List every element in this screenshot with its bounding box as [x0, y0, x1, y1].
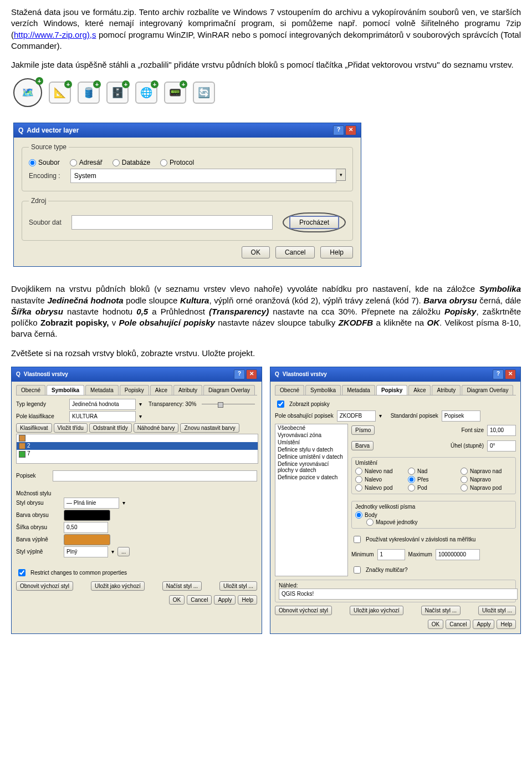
help-titlebar-icon[interactable]: ?	[234, 369, 245, 379]
class-list[interactable]: 2 7	[16, 434, 258, 464]
zdroj-group: Zdroj Soubor dat Procházet	[22, 197, 353, 241]
label-field-select[interactable]	[337, 410, 376, 422]
preview-input[interactable]	[279, 589, 518, 600]
tab-atributy[interactable]: Atributy	[432, 385, 461, 395]
ok-button[interactable]: OK	[169, 595, 185, 605]
close-icon[interactable]: ✕	[345, 125, 356, 135]
help-button[interactable]: Help	[238, 595, 257, 605]
save-style[interactable]: Uložit styl ...	[219, 581, 257, 591]
remove-classes-button[interactable]: Odstranit třídy	[89, 423, 132, 433]
help-titlebar-icon[interactable]: ?	[493, 369, 504, 379]
save-as-default[interactable]: Uložit jako výchozí	[350, 606, 403, 615]
font-size-input[interactable]	[487, 425, 516, 436]
tab-popisky[interactable]: Popisky	[376, 385, 407, 395]
pos-t[interactable]: Nad	[408, 468, 459, 475]
zip-link[interactable]: http://www.7-zip.org),s	[14, 30, 96, 39]
radio-databaze[interactable]: Databáze	[112, 159, 150, 166]
font-button[interactable]: Písmo	[351, 425, 375, 435]
add-wms-icon[interactable]: 🌐+	[135, 82, 157, 104]
paragraph-2: Jakmile jste data úspěšně stáhli a „rozb…	[11, 59, 521, 70]
units-body[interactable]: Body	[355, 511, 512, 519]
angle-input[interactable]	[487, 440, 516, 452]
qgis-logo-icon: Q	[18, 126, 23, 134]
max-input[interactable]	[436, 549, 480, 560]
radio-adresar[interactable]: Adresář	[70, 159, 103, 166]
save-as-default[interactable]: Uložit jako výchozí	[91, 581, 145, 591]
label-input[interactable]	[53, 470, 257, 481]
pos-br[interactable]: Napravo pod	[461, 484, 512, 491]
cancel-button[interactable]: Cancel	[446, 620, 470, 629]
pos-bl[interactable]: Nalevo pod	[355, 484, 407, 491]
restrict-check[interactable]	[18, 569, 25, 576]
pos-l[interactable]: Nalevo	[355, 476, 407, 483]
tab-obecne[interactable]: Obecné	[16, 385, 45, 395]
tab-akce[interactable]: Akce	[408, 385, 431, 395]
outline-width[interactable]	[64, 522, 108, 533]
restore-default-style[interactable]: Obnovit výchozí styl	[275, 606, 332, 615]
pos-r[interactable]: Napravo	[461, 476, 512, 483]
help-button[interactable]: Help	[497, 620, 516, 629]
outline-color-swatch[interactable]	[64, 510, 110, 521]
min-input[interactable]	[377, 549, 405, 560]
add-db-icon[interactable]: 🛢️+	[78, 82, 100, 104]
help-button[interactable]: Help	[320, 246, 353, 258]
reset-colors-button[interactable]: Znovu nastavit barvy	[180, 423, 239, 433]
add-vector-layer-icon[interactable]: 🗺️+	[13, 78, 42, 107]
fill-color-swatch[interactable]	[64, 534, 110, 545]
encoding-select[interactable]	[70, 169, 336, 183]
load-style[interactable]: Načíst styl ...	[421, 606, 461, 615]
label-side-panel[interactable]: VšeobecnéVyrovnávací zónaUmístěníDefinic…	[275, 424, 348, 576]
tab-akce[interactable]: Akce	[150, 385, 172, 395]
multiline-check[interactable]	[354, 566, 361, 574]
ok-button[interactable]: OK	[242, 246, 270, 258]
classification-field[interactable]	[69, 411, 136, 422]
paragraph-3: Dvojklikem na vrstvu půdních bloků (v se…	[11, 283, 521, 339]
color-button[interactable]: Barva	[351, 441, 374, 450]
ok-button[interactable]: OK	[428, 620, 443, 629]
cancel-button[interactable]: Cancel	[187, 595, 212, 605]
soubor-dat-label: Soubor dat	[29, 219, 62, 226]
add-class-button[interactable]: Vložit třídu	[54, 423, 88, 433]
pos-c[interactable]: Přes	[408, 476, 459, 483]
refresh-icon[interactable]: 🔄	[193, 82, 215, 104]
radio-protocol[interactable]: Protocol	[160, 159, 194, 166]
dropdown-icon[interactable]: ▾	[336, 169, 346, 181]
tab-diagram[interactable]: Diagram Overlay	[203, 385, 255, 395]
pos-tr[interactable]: Napravo nad	[461, 468, 512, 475]
fill-more-button[interactable]: ...	[117, 547, 130, 556]
browse-button[interactable]: Procházet	[289, 216, 339, 229]
tab-metadata[interactable]: Metadata	[85, 385, 119, 395]
add-gps-icon[interactable]: 📟+	[164, 82, 186, 104]
random-colors-button[interactable]: Náhodné barvy	[134, 423, 179, 433]
show-labels-check[interactable]	[277, 400, 284, 408]
units-map[interactable]: Mapové jednotky	[366, 519, 512, 526]
legend-type-select[interactable]	[69, 399, 136, 410]
apply-button[interactable]: Apply	[214, 595, 236, 605]
classify-button[interactable]: Klasifikovat	[16, 423, 52, 433]
add-spatialite-icon[interactable]: 🗄️+	[106, 82, 129, 104]
tab-symbolika[interactable]: Symbolika	[47, 385, 84, 395]
radio-soubor[interactable]: Soubor	[29, 159, 60, 166]
pos-tl[interactable]: Nalevo nad	[355, 468, 407, 475]
fill-style[interactable]	[64, 546, 108, 557]
add-layer-icon-2[interactable]: 📐+	[49, 82, 71, 104]
outline-style[interactable]	[64, 498, 119, 509]
default-label-input[interactable]	[442, 410, 480, 422]
restore-default-style[interactable]: Obnovit výchozí styl	[16, 581, 73, 591]
tab-metadata[interactable]: Metadata	[342, 385, 375, 395]
tab-diagram[interactable]: Diagram Overlay	[462, 385, 513, 395]
soubor-dat-input[interactable]	[71, 215, 273, 230]
tab-obecne[interactable]: Obecné	[275, 385, 304, 395]
save-style[interactable]: Uložit styl ...	[478, 606, 516, 615]
cancel-button[interactable]: Cancel	[275, 246, 315, 258]
apply-button[interactable]: Apply	[473, 620, 494, 629]
load-style[interactable]: Načíst styl ...	[162, 581, 202, 591]
pos-b[interactable]: Pod	[408, 484, 459, 491]
tab-popisky[interactable]: Popisky	[120, 385, 149, 395]
tab-symbolika[interactable]: Symbolika	[305, 385, 341, 395]
tab-atributy[interactable]: Atributy	[173, 385, 202, 395]
scale-render-check[interactable]	[354, 536, 361, 543]
close-icon[interactable]: ✕	[246, 369, 257, 379]
close-icon[interactable]: ✕	[505, 369, 516, 379]
help-titlebar-icon[interactable]: ?	[333, 125, 344, 135]
